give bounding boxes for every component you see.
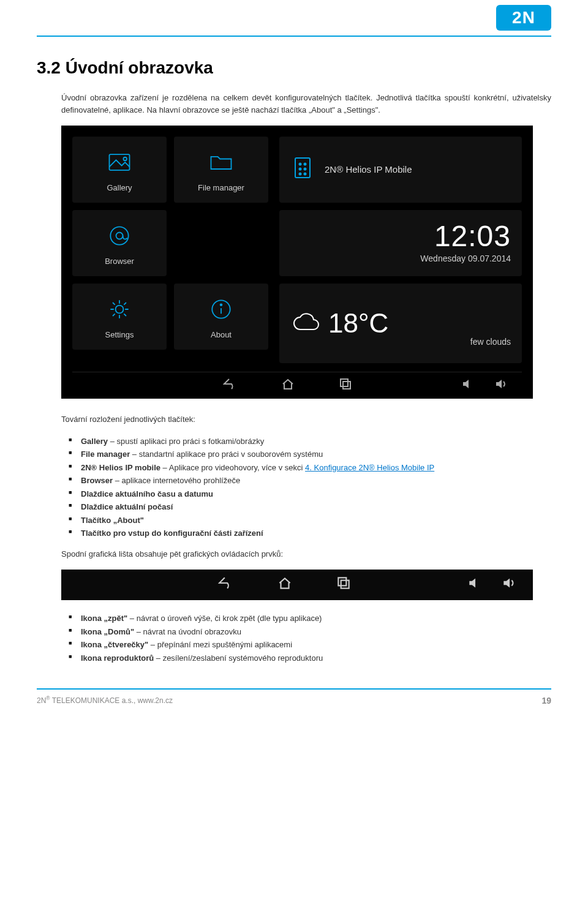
svg-rect-16 bbox=[343, 382, 350, 389]
tile-weather[interactable]: 18°C few clouds bbox=[279, 284, 522, 363]
home-icon[interactable] bbox=[277, 575, 293, 595]
volume-down-icon[interactable] bbox=[467, 575, 483, 595]
svg-point-9 bbox=[300, 164, 301, 165]
page-header: 2N bbox=[37, 0, 551, 37]
svg-point-10 bbox=[304, 164, 306, 165]
tile-clock[interactable]: 12:03 Wednesday 09.07.2014 bbox=[279, 210, 522, 276]
keypad-icon bbox=[290, 156, 315, 184]
intro-paragraph: Úvodní obrazovka zařízení je rozdělena n… bbox=[61, 92, 551, 116]
section-title: 3.2 Úvodní obrazovka bbox=[37, 55, 551, 81]
tile-gallery[interactable]: Gallery bbox=[72, 137, 167, 203]
tile-about[interactable]: About bbox=[174, 284, 268, 350]
gear-icon bbox=[106, 295, 133, 324]
page-footer: 2N® TELEKOMUNIKACE a.s., www.2n.cz 19 bbox=[37, 688, 551, 707]
list-item: 2N® Helios IP mobile – Aplikace pro vide… bbox=[69, 462, 551, 474]
layout-list: Gallery – spustí aplikaci pro práci s fo… bbox=[69, 435, 551, 540]
folder-icon bbox=[208, 148, 235, 177]
home-icon[interactable] bbox=[281, 377, 295, 395]
svg-rect-0 bbox=[110, 154, 130, 170]
tile-browser[interactable]: Browser bbox=[72, 210, 167, 276]
tile-label: Gallery bbox=[107, 182, 132, 194]
layout-heading: Tovární rozložení jednotlivých tlačítek: bbox=[61, 413, 551, 426]
recents-icon[interactable] bbox=[336, 575, 352, 595]
list-item: Dlaždice aktuální počasí bbox=[69, 501, 551, 513]
cloud-icon bbox=[290, 307, 322, 339]
list-item: File manager – standartní aplikace pro p… bbox=[69, 448, 551, 461]
tile-label: 2N® Helios IP Mobile bbox=[325, 163, 412, 177]
list-item: Tlačítko „About" bbox=[69, 514, 551, 527]
back-icon[interactable] bbox=[218, 575, 234, 595]
svg-point-12 bbox=[304, 168, 306, 170]
svg-rect-8 bbox=[295, 158, 310, 178]
list-item: Ikona „Domů" – návrat na úvodní obrazovk… bbox=[69, 626, 551, 638]
list-item: Browser – aplikace internetového prohlíž… bbox=[69, 475, 551, 487]
tile-label: File manager bbox=[198, 182, 244, 194]
svg-point-2 bbox=[110, 227, 128, 245]
clock-time: 12:03 bbox=[290, 222, 511, 251]
svg-point-3 bbox=[116, 233, 123, 239]
tile-helios[interactable]: 2N® Helios IP Mobile bbox=[279, 137, 522, 203]
weather-desc: few clouds bbox=[470, 336, 511, 348]
back-icon[interactable] bbox=[223, 377, 238, 395]
list-item: Tlačítko pro vstup do konfigurační části… bbox=[69, 527, 551, 540]
brand-logo: 2N bbox=[496, 5, 551, 31]
footer-company: 2N® TELEKOMUNIKACE a.s., www.2n.cz bbox=[37, 694, 173, 707]
list-item: Dlaždice aktuálního času a datumu bbox=[69, 488, 551, 500]
recents-icon[interactable] bbox=[338, 377, 353, 395]
list-item: Ikona reproduktorů – zesílení/zeslabení … bbox=[69, 652, 551, 664]
weather-temp: 18°C bbox=[290, 303, 388, 344]
list-item: Ikona „čtverečky" – přepínání mezi spušt… bbox=[69, 639, 551, 651]
info-icon bbox=[208, 295, 235, 324]
svg-point-4 bbox=[116, 306, 124, 314]
tile-label: Browser bbox=[105, 255, 134, 268]
svg-point-14 bbox=[304, 173, 306, 175]
config-link[interactable]: 4. Konfigurace 2N® Helios Mobile IP bbox=[305, 463, 434, 472]
svg-rect-18 bbox=[341, 581, 349, 589]
tile-settings[interactable]: Settings bbox=[72, 284, 167, 350]
list-item: Gallery – spustí aplikaci pro práci s fo… bbox=[69, 435, 551, 448]
svg-point-11 bbox=[300, 168, 301, 170]
tile-label: About bbox=[211, 329, 232, 341]
page-number: 19 bbox=[541, 694, 551, 707]
navbar-heading: Spodní grafická lišta obsahuje pět grafi… bbox=[61, 548, 551, 560]
tile-label: Settings bbox=[105, 329, 134, 341]
clock-date: Wednesday 09.07.2014 bbox=[290, 252, 511, 265]
svg-rect-17 bbox=[338, 578, 346, 586]
volume-up-icon[interactable] bbox=[494, 377, 508, 395]
volume-up-icon[interactable] bbox=[501, 575, 517, 595]
tile-filemanager[interactable]: File manager bbox=[174, 137, 268, 203]
device-screenshot: Gallery File manager bbox=[61, 126, 533, 399]
navbar-list: Ikona „zpět" – návrat o úroveň výše, či … bbox=[69, 612, 551, 664]
list-item: Ikona „zpět" – návrat o úroveň výše, či … bbox=[69, 612, 551, 625]
at-icon bbox=[106, 221, 133, 250]
android-navbar bbox=[72, 372, 522, 399]
svg-rect-15 bbox=[341, 379, 348, 386]
volume-down-icon[interactable] bbox=[461, 377, 475, 395]
navbar-strip-screenshot bbox=[61, 570, 533, 600]
svg-point-7 bbox=[221, 304, 222, 306]
gallery-icon bbox=[106, 148, 133, 177]
svg-point-1 bbox=[123, 157, 127, 161]
svg-point-13 bbox=[300, 173, 301, 175]
